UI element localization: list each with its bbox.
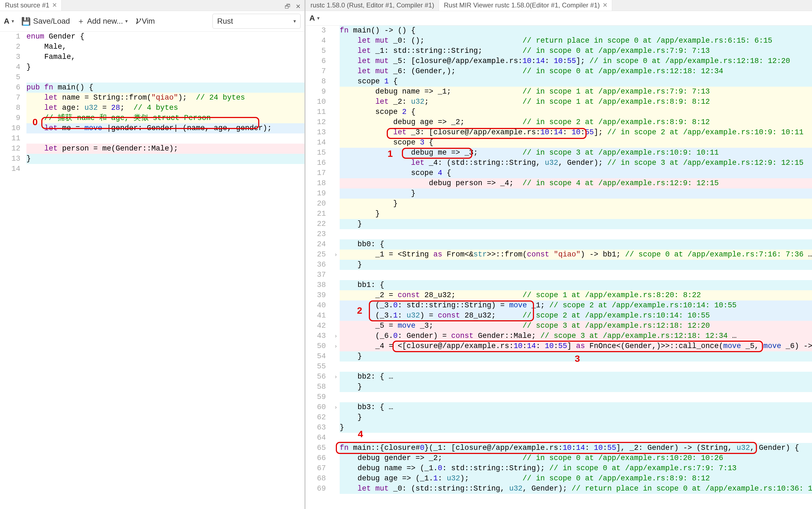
tab[interactable]: Rust MIR Viewer rustc 1.58.0(Editor #1, … [439,0,612,11]
tab-rust-source[interactable]: Rust source #1 ✕ [0,0,62,11]
line-number: 62 [305,412,332,422]
code-line[interactable]: 40 (_3.0: std::string::String) = move _1… [305,300,812,311]
code-line[interactable]: 9 debug name => _1; // in scope 1 at /ap… [305,87,812,97]
code-line[interactable]: 1enum Gender { [0,32,304,42]
close-icon[interactable]: ✕ [603,2,608,9]
code-line[interactable]: 39 _2 = const 28_u32; // scope 1 at /app… [305,290,812,300]
code-line[interactable]: 62 } [305,412,812,422]
code-text: fn main::{closure#0}(_1: [closure@/app/e… [340,443,812,453]
font-size-button[interactable]: A▾ [310,14,320,23]
code-line[interactable]: 68 debug age => (_1.1: u32); // in scope… [305,474,812,484]
code-line[interactable]: 8 scope 1 { [305,76,812,87]
code-line[interactable]: 3 Famale, [0,52,304,62]
code-line[interactable]: 54 } [305,351,812,362]
code-line[interactable]: 37 [305,270,812,280]
code-line[interactable]: 41 (_3.1: u32) = const 28_u32; // scope … [305,311,812,321]
code-line[interactable]: 43› (_6.0: Gender) = const Gender::Male;… [305,331,812,341]
code-line[interactable]: 8 let age: u32 = 28; // 4 bytes [0,103,304,113]
code-line[interactable]: 63} [305,422,812,433]
code-line[interactable]: 3fn main() -> () { [305,26,812,36]
fold-toggle[interactable]: › [332,331,340,341]
code-line[interactable]: 4} [0,62,304,72]
tab[interactable]: rustc 1.58.0 (Rust, Editor #1, Compiler … [305,0,439,11]
code-text: (_3.1: u32) = const 28_u32; // scope 2 a… [340,311,812,321]
save-load-button[interactable]: 💾 Save/Load [21,17,70,26]
line-number: 10 [0,123,26,133]
code-line[interactable]: 12 let person = me(Gender::Male); [0,144,304,154]
code-line[interactable]: 25› _1 = <String as From<&str>>::from(co… [305,249,812,260]
line-number: 13 [305,127,332,138]
code-line[interactable]: 60› bb3: { … [305,402,812,412]
add-new-button[interactable]: ＋ Add new...▾ [77,16,128,26]
fold-toggle[interactable]: › [332,249,340,260]
code-line[interactable]: 20 } [305,199,812,209]
window-restore-icon[interactable]: 🗗 [283,2,292,11]
line-number: 67 [305,463,332,474]
code-line[interactable]: 13 let _3: [closure@/app/example.rs:10:1… [305,127,812,138]
code-line[interactable]: 69 let mut _0: (std::string::String, u32… [305,484,812,494]
code-line[interactable]: 38 bb1: { [305,280,812,290]
code-line[interactable]: 55 [305,362,812,372]
line-number: 24 [305,239,332,249]
code-line[interactable]: 14 [0,164,304,174]
code-line[interactable]: 65fn main::{closure#0}(_1: [closure@/app… [305,443,812,453]
left-editor[interactable]: 1enum Gender {2 Male,3 Famale,4}56pub fn… [0,32,304,509]
font-size-button[interactable]: A▾ [4,17,14,26]
code-line[interactable]: 22 } [305,219,812,229]
save-icon: 💾 [21,17,31,26]
code-line[interactable]: 10 let _2: u32; // in scope 1 at /app/ex… [305,97,812,107]
code-text: let _2: u32; // in scope 1 at /app/examp… [340,97,812,107]
code-line[interactable]: 59 [305,392,812,402]
line-number: 54 [305,351,332,362]
code-line[interactable]: 7 let name = String::from("qiao"); // 24… [0,93,304,103]
code-line[interactable]: 16 let _4: (std::string::String, u32, Ge… [305,158,812,168]
code-text: } [340,260,812,270]
code-line[interactable]: 58 } [305,382,812,392]
line-number: 8 [0,103,26,113]
code-line[interactable]: 6pub fn main() { [0,82,304,93]
right-editor[interactable]: 3fn main() -> () {4 let mut _0: (); // r… [305,26,812,509]
code-line[interactable]: 23 [305,229,812,239]
code-line[interactable]: 50› _4 = <[closure@/app/example.rs:10:14… [305,341,812,351]
code-line[interactable]: 12 debug age => _2; // in scope 2 at /ap… [305,117,812,127]
code-line[interactable]: 17 scope 4 { [305,168,812,178]
code-line[interactable]: 14 scope 3 { [305,138,812,148]
code-line[interactable]: 42 _5 = move _3; // scope 3 at /app/exam… [305,321,812,331]
fold-toggle[interactable]: › [332,341,340,351]
tab-label: Rust MIR Viewer rustc 1.58.0(Editor #1, … [444,1,600,9]
close-icon[interactable]: ✕ [52,2,57,9]
line-number: 40 [305,300,332,311]
code-text: let age: u32 = 28; // 4 bytes [26,103,304,113]
fold-toggle[interactable]: › [332,402,340,412]
language-select[interactable]: Rust ▾ [213,14,300,29]
window-close-icon[interactable]: ✕ [294,2,302,11]
code-text: debug gender => _2; // in scope 0 at /ap… [340,453,812,463]
code-line[interactable]: 5 let _1: std::string::String; // in sco… [305,46,812,56]
code-line[interactable]: 11 [0,133,304,144]
code-text: let me = move |gender: Gender| (name, ag… [26,123,304,133]
code-line[interactable]: 18 debug person => _4; // in scope 4 at … [305,178,812,189]
code-line[interactable]: 9 // 捕获 name 和 age, 类似 struct Person [0,113,304,123]
code-line[interactable]: 56› bb2: { … [305,372,812,382]
code-line[interactable]: 67 debug name => (_1.0: std::string::Str… [305,463,812,474]
fold-toggle[interactable]: › [332,372,340,382]
left-toolbar: A▾ 💾 Save/Load ＋ Add new...▾ 𝓥 Vim Rust … [0,11,304,32]
code-line[interactable]: 4 let mut _0: (); // return place in sco… [305,36,812,46]
code-line[interactable]: 64 [305,433,812,443]
code-line[interactable]: 6 let mut _5: [closure@/app/example.rs:1… [305,56,812,66]
line-number: 25 [305,249,332,260]
code-line[interactable]: 13} [0,154,304,164]
code-line[interactable]: 24 bb0: { [305,239,812,249]
code-line[interactable]: 7 let mut _6: (Gender,); // in scope 0 a… [305,66,812,76]
code-line[interactable]: 19 } [305,189,812,199]
code-text: let mut _0: (); // return place in scope… [340,36,812,46]
vim-button[interactable]: 𝓥 Vim [135,17,155,26]
code-line[interactable]: 10 let me = move |gender: Gender| (name,… [0,123,304,133]
code-line[interactable]: 11 scope 2 { [305,107,812,117]
code-line[interactable]: 36 } [305,260,812,270]
code-line[interactable]: 2 Male, [0,42,304,52]
code-line[interactable]: 15 debug me => _3; // in scope 3 at /app… [305,148,812,158]
code-line[interactable]: 21 } [305,209,812,219]
code-line[interactable]: 5 [0,72,304,82]
code-line[interactable]: 66 debug gender => _2; // in scope 0 at … [305,453,812,463]
